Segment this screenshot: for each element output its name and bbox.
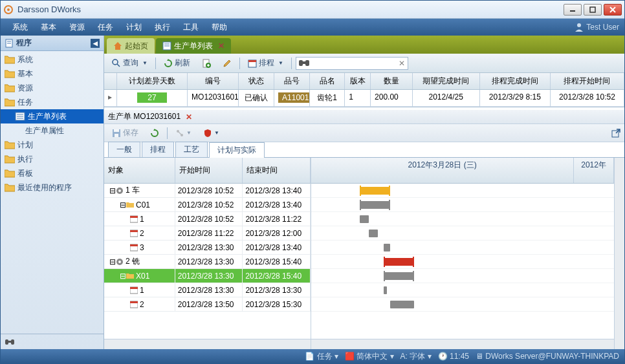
grid-row[interactable]: ▸ 27MO12031601已确认A11001齿轮11200.002012/4/… [104,90,624,107]
binoculars-icon[interactable] [5,337,15,347]
sched-row[interactable]: 32012/3/28 13:302012/3/28 13:40 [104,241,311,255]
link-button[interactable]: ▼ [171,127,195,140]
col-期望完成时间[interactable]: 期望完成时间 [413,73,480,89]
detail-tab-一般[interactable]: 一般 [108,142,140,157]
nav-系统[interactable]: 系统 [1,52,104,67]
gantt-bar[interactable] [384,244,389,252]
save-button[interactable]: 保存 [108,125,142,140]
nav-资源[interactable]: 资源 [1,81,104,95]
search-button[interactable]: 查询 ▼ [108,56,151,70]
nav-基本[interactable]: 基本 [1,67,104,81]
nav-生产单列表[interactable]: 生产单列表 [1,109,104,123]
status-task[interactable]: 📄 任务 ▾ [305,351,338,362]
refresh-button[interactable]: 刷新 [160,56,194,70]
sched-row[interactable]: ⊟C012012/3/28 10:522012/3/28 13:40 [104,198,311,212]
detail-tabs: 一般排程工艺计划与实际 [104,142,624,158]
svg-rect-41 [130,216,138,218]
gantt-bar[interactable] [369,230,378,237]
svg-line-36 [179,132,181,134]
sched-row[interactable]: 12012/3/28 13:302012/3/28 13:30 [104,283,311,297]
shield-icon [203,129,212,138]
menu-任务[interactable]: 任务 [91,19,120,36]
search-input[interactable] [312,59,396,68]
menu-系统[interactable]: 系统 [6,19,34,36]
statusbar: 📄 任务 ▾ 🟥 简体中文 ▾ A: 字体 ▾ 🕐 11:45 🖥 DWorks… [1,349,624,363]
col-数量[interactable]: 数量 [371,73,413,89]
status-font[interactable]: A: 字体 ▾ [400,351,432,362]
gantt-bar[interactable] [360,201,390,209]
sched-row[interactable]: 12012/3/28 10:522012/3/28 11:22 [104,212,311,226]
scrollbar-h[interactable] [104,339,311,349]
menu-工具[interactable]: 工具 [177,19,205,36]
detail-tab-工艺[interactable]: 工艺 [175,142,208,157]
menubar: 系统基本资源任务计划执行工具帮助 Test User [1,19,624,36]
new-button[interactable] [198,57,215,70]
gantt-row [311,241,614,255]
menu-计划[interactable]: 计划 [120,19,148,36]
col-状态[interactable]: 状态 [239,73,274,89]
schedule-button[interactable]: 排程 ▼ [244,56,287,70]
col-版本[interactable]: 版本 [345,73,371,89]
nav-执行[interactable]: 执行 [1,152,104,166]
gantt-bar[interactable] [384,258,414,266]
gantt-bar[interactable] [384,272,414,280]
refresh-detail-button[interactable] [146,127,163,140]
nav-看板[interactable]: 看板 [1,166,104,180]
col-计划差异天数[interactable]: 计划差异天数 [117,73,188,89]
svg-rect-27 [248,60,256,62]
col-品号[interactable]: 品号 [274,73,310,89]
popout-button[interactable] [611,129,620,138]
nav-最近使用的程序[interactable]: 最近使用的程序 [1,180,104,195]
status-lang[interactable]: 🟥 简体中文 ▾ [345,351,394,362]
user-info[interactable]: Test User [575,23,619,32]
col-品名[interactable]: 品名 [310,73,345,89]
app-title: Darsson DWorks [17,5,564,14]
gantt-bar[interactable] [360,215,369,223]
clear-search-icon[interactable]: ✕ [396,59,408,68]
app-window: Darsson DWorks 系统基本资源任务计划执行工具帮助 Test Use… [0,0,625,364]
gantt-bar[interactable] [384,286,387,294]
scrollbar-h[interactable] [311,339,614,349]
order-grid: 计划差异天数编号状态品号品名版本数量期望完成时间排程完成时间排程开始时间 ▸ 2… [104,73,624,107]
detail-tab-排程[interactable]: 排程 [142,142,174,157]
nav-生产单属性[interactable]: 生产单属性 [1,123,104,138]
menu-基本[interactable]: 基本 [34,19,63,36]
gantt-bar[interactable] [390,301,414,308]
col-排程完成时间[interactable]: 排程完成时间 [480,73,551,89]
search-icon [112,59,121,68]
detail-title: 生产单 MO12031601 [108,111,181,122]
edit-button[interactable] [219,57,236,70]
document-tabs: 起始页生产单列表✕ [104,36,624,54]
menu-资源[interactable]: 资源 [63,19,91,36]
close-detail-icon[interactable]: ✕ [186,112,192,122]
col-排程开始时间[interactable]: 排程开始时间 [551,73,624,89]
sched-row[interactable]: ⊟X012012/3/28 13:302012/3/28 15:40 [104,269,311,283]
detail-header: 生产单 MO12031601 ✕ [104,110,624,124]
detail-tab-计划与实际[interactable]: 计划与实际 [209,142,265,158]
maximize-button[interactable] [584,4,602,16]
svg-rect-45 [130,244,138,246]
sched-row[interactable]: ⊟2 铣2012/3/28 13:302012/3/28 15:40 [104,255,311,269]
pencil-icon [223,59,232,68]
app-icon [3,5,14,15]
binoculars-icon [298,58,310,69]
gantt-row [311,226,614,241]
sched-row[interactable]: 22012/3/28 11:222012/3/28 12:00 [104,226,311,241]
minimize-button[interactable] [564,4,582,16]
sched-row[interactable]: ⊟1 车2012/3/28 10:522012/3/28 13:40 [104,184,311,198]
gantt-bar[interactable] [360,187,390,195]
menu-帮助[interactable]: 帮助 [205,19,234,36]
nav-计划[interactable]: 计划 [1,138,104,152]
sched-row[interactable]: 22012/3/28 13:502012/3/28 15:30 [104,297,311,312]
close-tab-icon[interactable]: ✕ [218,41,225,50]
tab-生产单列表[interactable]: 生产单列表✕ [156,38,231,54]
col-编号[interactable]: 编号 [188,73,239,89]
nav-任务[interactable]: 任务 [1,95,104,109]
menu-执行[interactable]: 执行 [148,19,177,36]
dropdown-icon: ▼ [142,60,148,66]
shield-button[interactable]: ▼ [199,127,223,140]
scrollbar-v[interactable] [614,158,624,349]
close-button[interactable] [604,4,622,16]
tab-起始页[interactable]: 起始页 [107,38,155,54]
collapse-button[interactable]: ◀ [91,39,100,48]
